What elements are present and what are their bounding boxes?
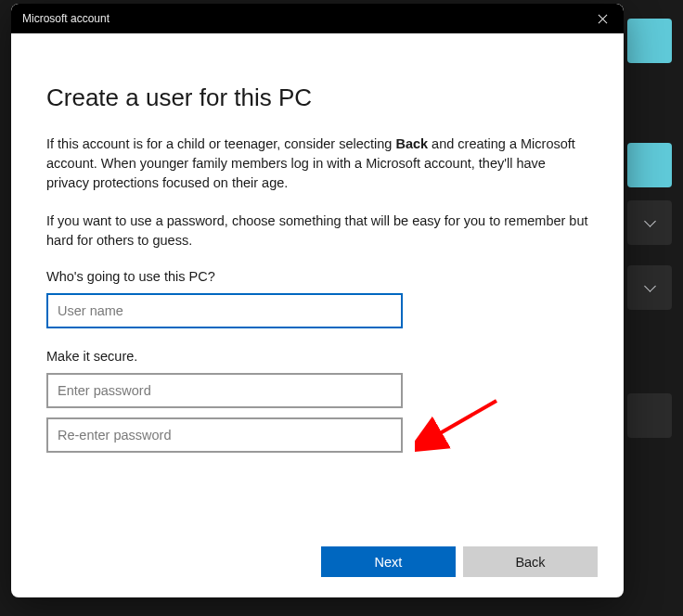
titlebar: Microsoft account bbox=[11, 4, 624, 33]
page-heading: Create a user for this PC bbox=[46, 83, 588, 112]
modal-content: Create a user for this PC If this accoun… bbox=[11, 33, 624, 597]
window-title: Microsoft account bbox=[22, 12, 581, 25]
password-confirm-input[interactable] bbox=[46, 417, 403, 453]
intro-bold: Back bbox=[395, 136, 428, 151]
bg-accent-tile-2 bbox=[627, 143, 672, 187]
bg-expander-1[interactable] bbox=[627, 200, 672, 245]
footer-buttons: Next Back bbox=[321, 546, 598, 577]
bg-expander-2[interactable] bbox=[627, 265, 672, 310]
svg-line-0 bbox=[435, 401, 496, 436]
username-input[interactable] bbox=[46, 293, 403, 328]
back-button[interactable]: Back bbox=[463, 546, 598, 577]
intro-text: If this account is for a child or teenag… bbox=[46, 135, 588, 193]
password-input[interactable] bbox=[46, 373, 403, 408]
chevron-down-icon bbox=[643, 281, 656, 294]
bg-accent-tile-1 bbox=[627, 19, 672, 63]
close-icon bbox=[598, 14, 608, 24]
who-label: Who's going to use this PC? bbox=[46, 269, 588, 284]
close-button[interactable] bbox=[581, 4, 624, 33]
secure-label: Make it secure. bbox=[46, 349, 588, 364]
password-hint-text: If you want to use a password, choose so… bbox=[46, 212, 588, 250]
intro-prefix: If this account is for a child or teenag… bbox=[46, 136, 395, 151]
annotation-arrow bbox=[415, 395, 508, 460]
bg-tile-3 bbox=[627, 393, 672, 438]
chevron-down-icon bbox=[643, 216, 656, 229]
next-button[interactable]: Next bbox=[321, 546, 456, 577]
create-user-modal: Microsoft account Create a user for this… bbox=[11, 4, 624, 597]
